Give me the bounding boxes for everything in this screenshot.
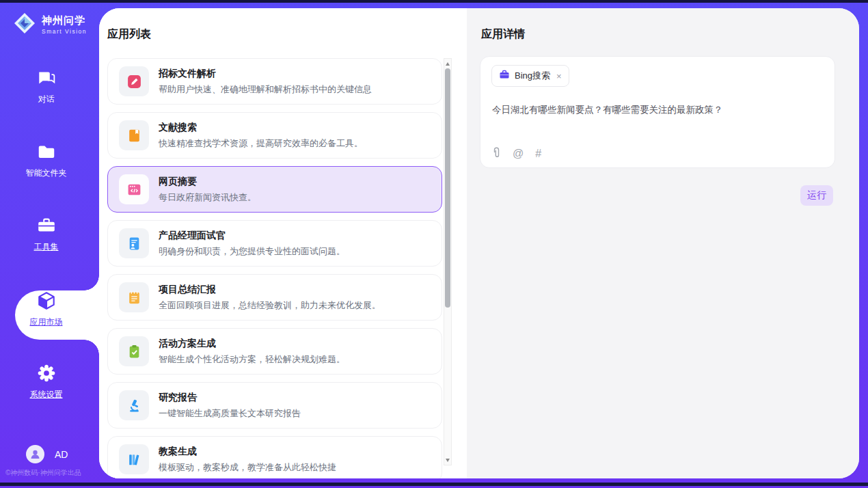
- brand-logo: 神州问学 Smart Vision: [12, 11, 87, 38]
- paperclip-icon[interactable]: [492, 147, 501, 161]
- app-card-desc: 帮助用户快速、准确地理解和解析招标书中的关键信息: [159, 83, 372, 96]
- brand-name: 神州问学: [42, 14, 85, 26]
- diamond-logo-icon: [12, 11, 37, 38]
- briefcase-icon: [499, 69, 510, 83]
- app-list-scrollbar[interactable]: [444, 58, 452, 465]
- gear-icon: [36, 363, 57, 383]
- hash-icon[interactable]: #: [535, 148, 541, 159]
- app-card-literature-search[interactable]: 文献搜索 快速精准查找学术资源，提高研究效率的必备工具。: [107, 112, 442, 159]
- app-card-title: 活动方案生成: [159, 338, 345, 350]
- app-card-research-report[interactable]: 研究报告 一键智能生成高质量长文本研究报告: [107, 382, 442, 429]
- app-list-panel: 应用列表 招标文件解析 帮助用户快速、准确地理解和解析招标书中的关键信息: [99, 8, 467, 478]
- app-list-title: 应用列表: [107, 27, 151, 42]
- query-input[interactable]: 今日湖北有哪些新闻要点？有哪些需要关注的最新政策？: [492, 104, 820, 116]
- browser-code-icon: [119, 174, 149, 204]
- user-account[interactable]: AD: [26, 445, 68, 463]
- sidebar-item-label: 对话: [0, 94, 92, 105]
- app-detail-panel: 应用详情 Bing搜索 × 今日湖北有哪些新闻要点？有哪些需要关注的最新政策？: [467, 8, 859, 478]
- mention-icon[interactable]: @: [513, 148, 524, 159]
- app-card-title: 研究报告: [159, 392, 301, 404]
- app-card-title: 教案生成: [159, 446, 336, 458]
- run-button[interactable]: 运行: [800, 185, 833, 206]
- screen-edge-bottom: [0, 483, 868, 486]
- app-card-pm-interviewer[interactable]: 产品经理面试官 明确身份和职责，为您提供专业性的面试问题。: [107, 220, 442, 267]
- user-initials: AD: [55, 449, 68, 460]
- app-card-project-summary[interactable]: 项目总结汇报 全面回顾项目进展，总结经验教训，助力未来优化发展。: [107, 274, 442, 321]
- input-toolbar: @ #: [492, 147, 541, 161]
- brand-subtitle: Smart Vision: [42, 28, 87, 35]
- book-icon: [119, 120, 149, 150]
- sidebar-item-smart-folder[interactable]: 智能文件夹: [0, 141, 92, 192]
- scroll-down-arrow-icon[interactable]: [444, 456, 451, 464]
- toolbox-icon: [36, 215, 57, 236]
- scrollbar-thumb[interactable]: [445, 68, 450, 308]
- app-card-event-plan[interactable]: 活动方案生成 智能生成个性化活动方案，轻松解决规划难题。: [107, 328, 442, 375]
- app-card-title: 项目总结汇报: [159, 284, 381, 296]
- document-user-icon: [119, 228, 149, 258]
- copyright-text: ©神州数码·神州问学出品: [5, 468, 81, 478]
- tag-label: Bing搜索: [515, 70, 550, 82]
- app-card-desc: 快速精准查找学术资源，提高研究效率的必备工具。: [159, 137, 363, 150]
- microscope-icon: [119, 390, 149, 420]
- bing-search-tag[interactable]: Bing搜索 ×: [491, 65, 569, 87]
- edit-square-icon: [119, 66, 149, 96]
- app-input-card: Bing搜索 × 今日湖北有哪些新闻要点？有哪些需要关注的最新政策？ @ #: [480, 56, 835, 168]
- sidebar-item-toolset[interactable]: 工具集: [0, 215, 92, 266]
- avatar: [26, 445, 44, 463]
- close-icon[interactable]: ×: [556, 71, 562, 81]
- sidebar-item-label: 应用市场: [0, 316, 92, 328]
- sidebar-item-settings[interactable]: 系统设置: [0, 363, 92, 414]
- sidebar-item-label: 智能文件夹: [0, 167, 92, 179]
- app-card-title: 招标文件解析: [159, 68, 372, 80]
- sidebar-item-label: 系统设置: [0, 389, 92, 401]
- scroll-up-arrow-icon[interactable]: [444, 59, 451, 68]
- app-card-list: 招标文件解析 帮助用户快速、准确地理解和解析招标书中的关键信息 文献搜索 快速精…: [107, 58, 442, 478]
- main-content: 应用列表 招标文件解析 帮助用户快速、准确地理解和解析招标书中的关键信息: [99, 8, 859, 478]
- books-icon: [119, 444, 149, 474]
- sidebar-item-app-market[interactable]: 应用市场: [0, 290, 92, 341]
- clipboard-check-icon: [119, 336, 149, 366]
- app-card-desc: 模板驱动，教案秒成，教学准备从此轻松快捷: [159, 461, 336, 474]
- cube-icon: [36, 290, 57, 311]
- folder-icon: [36, 141, 57, 162]
- app-card-web-summary[interactable]: 网页摘要 每日政府新闻资讯快查。: [107, 166, 442, 213]
- app-card-bid-parse[interactable]: 招标文件解析 帮助用户快速、准确地理解和解析招标书中的关键信息: [107, 58, 442, 105]
- app-card-title: 产品经理面试官: [159, 230, 345, 242]
- screen-edge-top: [0, 0, 868, 3]
- app-card-desc: 智能生成个性化活动方案，轻松解决规划难题。: [159, 353, 345, 366]
- chat-icon: [36, 68, 57, 88]
- app-card-desc: 明确身份和职责，为您提供专业性的面试问题。: [159, 245, 345, 258]
- app-card-title: 网页摘要: [159, 176, 256, 188]
- app-card-desc: 一键智能生成高质量长文本研究报告: [159, 407, 301, 420]
- app-card-desc: 每日政府新闻资讯快查。: [159, 191, 256, 204]
- app-card-title: 文献搜索: [159, 122, 363, 134]
- app-card-desc: 全面回顾项目进展，总结经验教训，助力未来优化发展。: [159, 299, 381, 312]
- sidebar-item-label: 工具集: [0, 241, 92, 253]
- sidebar-item-chat[interactable]: 对话: [0, 68, 92, 118]
- app-detail-title: 应用详情: [481, 27, 525, 42]
- app-card-lesson-plan[interactable]: 教案生成 模板驱动，教案秒成，教学准备从此轻松快捷: [107, 436, 442, 478]
- sidebar: 神州问学 Smart Vision 对话 智能文件夹: [0, 3, 99, 483]
- notepad-icon: [119, 282, 149, 312]
